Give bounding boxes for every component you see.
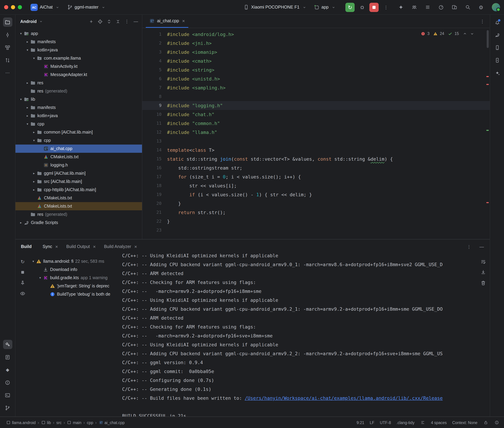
build-tab-sync[interactable]: Sync× (40, 239, 61, 254)
change-stripe-mark[interactable] (486, 130, 489, 131)
gradle-icon[interactable] (493, 30, 502, 39)
commit-icon[interactable] (3, 30, 12, 39)
debug-button[interactable] (357, 3, 367, 12)
chevron-collapsed-icon[interactable]: ▸ (25, 106, 30, 109)
chevron-collapsed-icon[interactable]: ▸ (25, 114, 30, 117)
chevron-expanded-icon[interactable]: ▾ (31, 139, 37, 142)
options-menu-icon[interactable]: ⋮ (123, 17, 131, 25)
device-selector[interactable]: Xiaomi POCOPHONE F1 (241, 3, 309, 11)
chevron-collapsed-icon[interactable]: ▸ (31, 172, 37, 175)
chevron-expanded-icon[interactable]: ▾ (18, 32, 24, 35)
build-tree-item[interactable]: Download info (31, 265, 133, 274)
breadcrumb-item[interactable]: lib (41, 420, 51, 425)
pull-requests-icon[interactable] (3, 56, 12, 65)
breadcrumb-item[interactable]: C++ai_chat.cpp (99, 420, 125, 425)
encoding-widget[interactable]: UTF-8 (380, 420, 391, 425)
prev-problem-icon[interactable] (462, 31, 468, 36)
hide-build-panel-button[interactable]: — (477, 242, 486, 251)
structure-icon[interactable] (3, 43, 12, 52)
chevron-collapsed-icon[interactable]: ▸ (31, 131, 37, 134)
pin-icon[interactable] (19, 279, 26, 287)
clang-tidy-widget[interactable]: .clang-tidy (396, 420, 414, 425)
chevron-collapsed-icon[interactable]: ▸ (25, 40, 30, 43)
chevron-expanded-icon[interactable]: ▾ (18, 98, 24, 101)
breadcrumb-item[interactable]: src (56, 420, 62, 425)
breadcrumb-item[interactable]: llama.android (6, 420, 36, 425)
close-icon[interactable]: × (182, 18, 185, 23)
context-widget[interactable]: Context: None (452, 420, 478, 425)
project-tree-item[interactable]: ▾lib (16, 95, 142, 103)
project-tree-item[interactable]: ▾cpp (16, 136, 142, 145)
more-actions-button[interactable]: ⋮ (381, 3, 391, 12)
trash-icon[interactable] (479, 279, 487, 287)
breadcrumb-item[interactable]: main (67, 420, 81, 425)
error-stripe-mark[interactable] (486, 84, 489, 85)
project-view-selector[interactable]: Android (20, 19, 44, 24)
minimize-window-button[interactable] (11, 5, 15, 9)
close-icon[interactable]: × (134, 244, 137, 249)
project-tree-item[interactable]: ▸ggml [AiChat.lib.main] (16, 169, 142, 177)
profile-avatar[interactable] (492, 3, 500, 11)
project-tree-item[interactable]: CMakeLists.txt (16, 153, 142, 161)
build-tree-item[interactable]: 'jvmTarget: String' is deprec (31, 282, 133, 290)
logcat-icon[interactable] (3, 353, 12, 362)
project-tree-item[interactable]: ▾kotlin+java (16, 46, 142, 54)
project-tree-item[interactable]: MainActivity.kt (16, 62, 142, 71)
project-tree-item[interactable]: ▸common [AiChat.lib.main] (16, 128, 142, 136)
project-tree-item[interactable]: ▸kotlin+java (16, 112, 142, 120)
build-options-button[interactable]: ⋮ (464, 242, 474, 251)
scroll-end-icon[interactable] (479, 269, 487, 276)
chevron-collapsed-icon[interactable]: ▸ (25, 81, 30, 85)
locate-icon[interactable] (96, 17, 104, 25)
inspections-status-icon[interactable] (494, 420, 499, 425)
app-insights-icon[interactable]: ◆ (3, 365, 12, 374)
build-tree-item[interactable]: ▾llama.android: fi22 sec, 583 ms (31, 257, 133, 265)
error-stripe-mark[interactable] (486, 202, 489, 203)
soft-wrap-icon[interactable] (479, 258, 487, 265)
code-with-me-icon[interactable] (410, 3, 419, 12)
running-devices-icon[interactable] (493, 56, 502, 65)
version-control-icon[interactable] (3, 403, 12, 412)
project-tree-item[interactable]: ▾com.example.llama (16, 54, 142, 62)
project-tree-item[interactable]: ▸manifests (16, 38, 142, 46)
chevron-expanded-icon[interactable]: ▾ (31, 57, 37, 60)
project-icon[interactable] (3, 17, 12, 27)
build-variants-icon[interactable] (423, 3, 432, 12)
zoom-window-button[interactable] (18, 5, 22, 9)
vcs-branch-widget[interactable]: ggml-master (65, 3, 108, 11)
chevron-expanded-icon[interactable]: ▾ (31, 260, 36, 263)
collapse-all-icon[interactable] (114, 17, 122, 25)
chevron-collapsed-icon[interactable]: ▸ (31, 188, 37, 191)
build-console[interactable]: C/C++: -- Using KleidiAI optimized kerne… (122, 254, 475, 417)
search-icon[interactable] (463, 3, 472, 12)
project-tree-item[interactable]: ▸manifests (16, 103, 142, 112)
build-tree-item[interactable]: BuildType 'debug' is both de (31, 290, 133, 298)
lock-icon[interactable] (483, 420, 488, 425)
caret-position-widget[interactable]: 9:21 (357, 420, 364, 425)
rerun-gray-icon[interactable]: ↻ (19, 258, 26, 265)
add-icon[interactable]: + (87, 17, 95, 25)
project-tree-item[interactable]: ▾cpp (16, 120, 142, 128)
problems-icon[interactable] (3, 378, 12, 387)
rerun-button[interactable]: ↻ (345, 3, 355, 12)
assistant-icon[interactable] (493, 68, 502, 77)
error-stripe-mark[interactable] (486, 76, 489, 77)
close-window-button[interactable] (4, 5, 8, 9)
project-tree-item[interactable]: C++ai_chat.cpp (16, 145, 142, 153)
project-tree-item[interactable]: ▸cpp-httplib [AiChat.lib.main] (16, 186, 142, 194)
chevron-collapsed-icon[interactable]: ▸ (18, 221, 24, 224)
close-icon[interactable]: × (55, 244, 58, 249)
terminal-icon[interactable] (3, 390, 12, 400)
chevron-expanded-icon[interactable]: ▾ (25, 48, 30, 52)
build-icon[interactable] (3, 340, 12, 349)
gemini-icon[interactable] (396, 3, 405, 12)
inspections-widget[interactable]: 3 24 15 (419, 30, 476, 37)
breadcrumb-item[interactable]: cpp (87, 420, 93, 425)
device-mirroring-icon[interactable] (450, 3, 459, 12)
code-editor[interactable]: 1#include <android/log.h>2#include <jni.… (142, 28, 490, 239)
more-icon[interactable]: ⋯ (3, 68, 12, 77)
next-problem-icon[interactable] (469, 31, 475, 36)
profiler-icon[interactable] (436, 3, 445, 12)
project-tree-item[interactable]: ▸res (16, 79, 142, 87)
formatting-icon[interactable] (420, 420, 426, 425)
